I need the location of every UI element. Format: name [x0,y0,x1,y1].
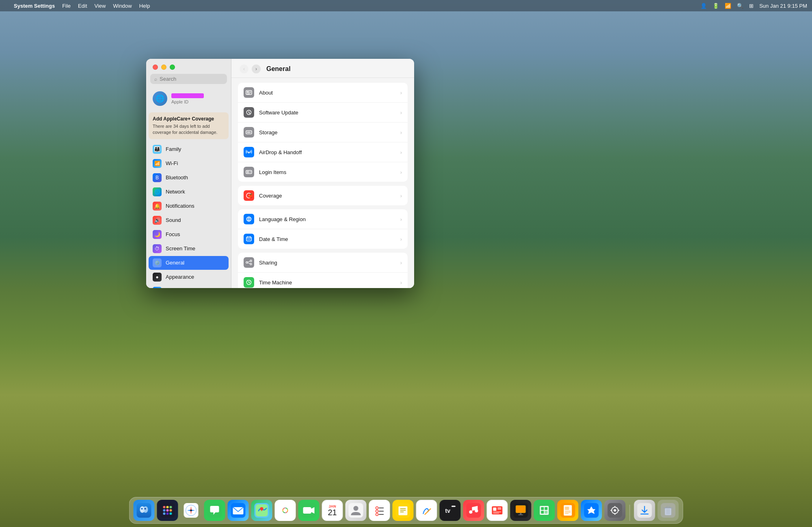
dock-item-appstore[interactable] [581,500,602,521]
dock-item-notes[interactable] [393,500,414,521]
sidebar-label-network: Network [166,189,185,195]
storage-label: Storage [259,129,395,136]
sidebar-item-sound[interactable]: 🔊 Sound [149,213,229,227]
sidebar-item-notifications[interactable]: 🔔 Notifications [149,199,229,213]
menu-help[interactable]: Help [139,3,150,9]
settings-row-about[interactable]: About › [238,83,408,103]
dock-item-launchpad[interactable] [157,500,178,521]
search-input[interactable] [160,76,223,82]
sidebar-item-bluetooth[interactable]: B Bluetooth [149,171,229,185]
dock-item-contacts[interactable] [346,500,367,521]
settings-row-sharing[interactable]: Sharing › [238,253,408,273]
dock-item-mail[interactable] [228,500,249,521]
search-bar[interactable]: ⌕ [150,74,227,84]
screentime-icon: ⏱ [153,244,162,253]
svg-point-41 [163,506,166,508]
svg-rect-91 [400,510,406,511]
dock-item-downloads[interactable] [634,500,655,521]
dock-item-maps[interactable] [251,500,272,521]
svg-rect-118 [564,505,572,516]
dock-item-appletv[interactable]: tv [440,500,461,521]
dock-item-syspreferences[interactable] [605,500,626,521]
settings-row-language[interactable]: Language & Region › [238,209,408,229]
login-icon [244,167,254,177]
svg-line-28 [248,261,250,262]
svg-point-38 [141,508,143,510]
dock-item-numbers[interactable] [534,500,555,521]
sharing-label: Sharing [259,260,395,266]
close-button[interactable] [153,65,158,70]
svg-rect-4 [247,93,251,93]
sidebar-item-family[interactable]: 👨‍👩‍👧 Family [149,142,229,156]
svg-rect-8 [247,132,250,133]
main-content: ‹ › General [231,59,414,288]
sidebar-item-appearance[interactable]: ● Appearance [149,270,229,284]
settings-row-coverage[interactable]: 🍎 Coverage › [238,186,408,205]
dock-item-safari[interactable] [181,500,202,521]
svg-point-80 [354,506,358,511]
datetime-icon [244,234,254,244]
svg-point-49 [170,512,172,515]
menu-view[interactable]: View [95,3,106,9]
back-button[interactable]: ‹ [240,65,248,73]
app-name[interactable]: System Settings [14,3,55,9]
minimize-button[interactable] [161,65,166,70]
dock-item-keynote[interactable] [510,500,531,521]
sidebar-item-wifi[interactable]: 📶 Wi-Fi [149,157,229,170]
sidebar-label-screentime: Screen Time [166,245,195,252]
sidebar-item-general[interactable]: ⚙️ General [149,256,229,270]
general-icon: ⚙️ [153,258,162,267]
dock-item-music[interactable] [463,500,484,521]
dock-item-calendar[interactable]: JAN 21 [322,500,343,521]
wifi-icon: 📶 [153,159,162,168]
svg-rect-116 [545,511,548,514]
language-label: Language & Region [259,216,395,222]
controlcenter-icon[interactable]: ⊞ [749,3,754,9]
svg-line-29 [248,263,250,264]
dock-item-facetime[interactable] [298,500,320,521]
maximize-button[interactable] [170,65,175,70]
settings-row-airdrop[interactable]: AirDrop & Handoff › [238,142,408,162]
svg-rect-77 [303,507,311,514]
sidebar-item-screentime[interactable]: ⏱ Screen Time [149,242,229,256]
applecare-title: Add AppleCare+ Coverage [153,116,225,123]
dock-item-news[interactable] [487,500,508,521]
svg-text:🍎: 🍎 [248,193,253,198]
sharing-chevron: › [400,260,402,266]
settings-row-update[interactable]: Software Update › [238,103,408,123]
sidebar-item-accessibility[interactable]: ♿ Accessibility [149,284,229,288]
dock-item-messages[interactable] [204,500,225,521]
svg-point-37 [143,506,148,513]
dock-item-reminders[interactable] [369,500,390,521]
dock-item-photos[interactable] [275,500,296,521]
svg-rect-113 [541,507,544,510]
applecare-banner[interactable]: Add AppleCare+ Coverage There are 34 day… [149,112,229,139]
apple-id-item[interactable]: 🌐 Apple ID [149,88,229,109]
settings-row-datetime[interactable]: Date & Time › [238,229,408,249]
svg-rect-23 [248,239,248,240]
language-chevron: › [400,216,402,222]
sidebar-label-focus: Focus [166,231,180,237]
menu-edit[interactable]: Edit [78,3,87,9]
menu-window[interactable]: Window [113,3,132,9]
menu-file[interactable]: File [62,3,71,9]
settings-window: ⌕ 🌐 Apple ID Add AppleCare+ Coverage The… [146,59,414,288]
dock-item-trash[interactable] [658,500,679,521]
sidebar-label-bluetooth: Bluetooth [166,174,188,181]
dock-item-freeform[interactable] [416,500,437,521]
settings-row-storage[interactable]: Storage › [238,123,408,142]
forward-button[interactable]: › [252,65,261,73]
settings-row-login[interactable]: Login Items › [238,162,408,182]
settings-group-4: Sharing › Time Machine › [238,253,408,288]
svg-rect-114 [545,507,548,510]
sound-icon: 🔊 [153,216,162,225]
settings-row-timemachine[interactable]: Time Machine › [238,273,408,288]
sidebar-item-network[interactable]: 🌐 Network [149,185,229,199]
sidebar-item-focus[interactable]: 🌙 Focus [149,228,229,241]
search-icon[interactable]: 🔍 [737,3,743,9]
svg-rect-132 [641,514,649,514]
dock-item-pages[interactable] [557,500,579,521]
apple-id-text: Apple ID [171,93,204,104]
dock-item-finder[interactable] [134,500,155,521]
dock: JAN 21 [129,497,683,524]
